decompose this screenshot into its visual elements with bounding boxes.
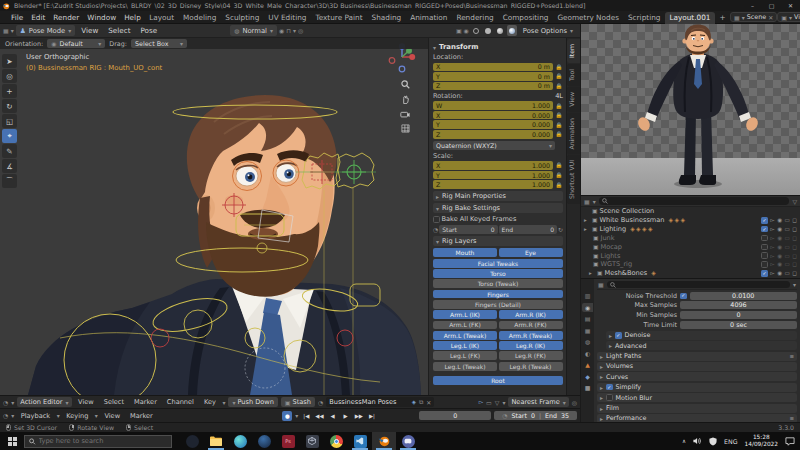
add-workspace-button[interactable]: + [715, 13, 730, 22]
jump-to-start-button[interactable]: |◀ [301, 411, 311, 421]
tool-transform[interactable]: ⌖ [2, 129, 17, 143]
bake-end-field[interactable]: End0 [499, 225, 557, 234]
simplify-checkbox[interactable]: ✓ [606, 384, 613, 391]
scene-properties-tab[interactable]: ◍ [582, 337, 593, 346]
menu-help[interactable]: Help [120, 13, 145, 22]
tool-cursor[interactable]: ◎ [2, 69, 17, 83]
zoom-icon[interactable] [401, 80, 410, 89]
filter-icon[interactable]: ▽ [495, 399, 500, 406]
taskbar-app-photoshop[interactable]: Ps [276, 432, 300, 450]
data-properties-tab[interactable]: ■ [582, 383, 593, 392]
tray-chevron-icon[interactable]: ∧ [682, 438, 686, 444]
play-button[interactable]: ▶ [341, 411, 351, 421]
taskbar-app-3d-viewer[interactable] [300, 432, 324, 450]
outliner-row-lights[interactable]: ▣ Lights ▻◉▭◻ [581, 251, 800, 260]
denoise-checkbox[interactable]: ✓ [615, 332, 622, 339]
notification-center-icon[interactable] [785, 437, 795, 446]
exclude-checkbox[interactable] [761, 244, 768, 251]
hide-icon[interactable]: ◉ [777, 217, 782, 223]
proportional-icon[interactable]: ◎ [572, 399, 577, 406]
viewport-menu-select[interactable]: Select [104, 26, 134, 35]
refresh-icon[interactable]: ↻ [558, 226, 563, 233]
rig-layer-arm-l-tweak[interactable]: Arm.L (Tweak) [433, 331, 497, 340]
render-disable-icon[interactable]: ◻ [792, 235, 797, 241]
rig-main-properties-header[interactable]: ▸ Rig Main Properties [433, 191, 563, 201]
viewport-disable-icon[interactable]: ▭ [785, 217, 790, 223]
menu-window[interactable]: Window [83, 13, 120, 22]
workspace-tab-uv-editing[interactable]: UV Editing [264, 13, 311, 22]
selectable-icon[interactable]: ▻ [770, 226, 774, 232]
shading-material-icon[interactable] [495, 25, 505, 36]
tool-annotate[interactable]: ✎ [2, 144, 17, 158]
lock-icon[interactable]: 🔒 [555, 103, 563, 109]
sidebar-tab-view[interactable]: View [567, 87, 580, 112]
tool-select-box[interactable]: ➤ [2, 54, 17, 68]
lock-icon[interactable]: 🔒 [555, 182, 563, 188]
outliner-row-lighting[interactable]: ▸ ▣ Lighting ◈◈◈◈ ✓▻◉▭◻ [581, 225, 800, 234]
action-name-field[interactable]: BussinessMan Poses ◈ ⧉ ✕ [326, 397, 434, 407]
rig-layer-leg-l-tweak[interactable]: Leg.L (Tweak) [433, 362, 497, 371]
outliner-row-junk[interactable]: ▣ Junk ▻◉▭◻ [581, 234, 800, 243]
hide-icon[interactable]: ◉ [777, 253, 782, 259]
denoise-panel-header[interactable]: ▸ ✓ Denoise [606, 331, 797, 340]
breadcrumb-icon[interactable]: ▦ [598, 281, 604, 288]
sidebar-tab-item[interactable]: Item [567, 39, 580, 63]
workspace-tab-compositing[interactable]: Compositing [498, 13, 553, 22]
next-keyframe-button[interactable]: ▶▶ [354, 411, 364, 421]
rig-layer-arm-r-tweak[interactable]: Arm.R (Tweak) [499, 331, 563, 340]
exclude-checkbox[interactable] [761, 235, 768, 242]
auto-keying-button[interactable]: ● [282, 411, 292, 421]
motion-blur-checkbox[interactable] [606, 394, 613, 401]
location-x-field[interactable]: X0 m [433, 63, 553, 72]
object-properties-tab[interactable]: ▲ [582, 360, 593, 369]
workspace-tab-geometry-nodes[interactable]: Geometry Nodes [553, 13, 624, 22]
workspace-tab-active[interactable]: Layout.001 [665, 12, 715, 24]
lock-icon[interactable]: 🔒 [555, 64, 563, 70]
display-mode-icon[interactable]: ▦ [584, 198, 590, 205]
workspace-tab-layout[interactable]: Layout [145, 13, 179, 22]
tool-move[interactable]: + [2, 84, 17, 98]
viewport-menu-pose[interactable]: Pose [136, 26, 161, 35]
world-properties-tab[interactable]: ◐ [582, 349, 593, 358]
rig-layer-arm-l-ik[interactable]: Arm.L (IK) [433, 310, 497, 319]
rig-layer-arm-l-fk[interactable]: Arm.L (FK) [433, 321, 497, 330]
properties-search[interactable] [607, 281, 790, 289]
rig-layer-root[interactable]: Root [433, 376, 563, 385]
pose-options-dropdown[interactable]: Pose Options ▾ [519, 25, 577, 36]
render-disable-icon[interactable]: ◻ [792, 244, 797, 250]
editor-type-icon[interactable]: ▦ [3, 27, 9, 34]
taskbar-app-file-explorer[interactable] [204, 432, 228, 450]
taskbar-app-obs[interactable] [180, 432, 204, 450]
viewport-disable-icon[interactable]: ▭ [785, 261, 790, 267]
outliner-row-mocap[interactable]: ▣ Mocap ▻◉▭◻ [581, 242, 800, 251]
selectable-icon[interactable]: ▻ [770, 217, 774, 223]
volume-icon[interactable] [693, 437, 702, 445]
outliner-search[interactable] [599, 197, 790, 205]
tool-properties-tab[interactable]: ▥ [582, 291, 593, 300]
pivot-point-icon[interactable]: ◉ [279, 27, 284, 34]
selectable-icon[interactable]: ▻ [770, 235, 774, 241]
tool-scale[interactable]: ◱ [2, 114, 17, 128]
snap-magnet-icon[interactable]: ⊓ [286, 27, 291, 34]
render-disable-icon[interactable]: ◻ [792, 253, 797, 259]
shading-rendered-icon[interactable] [507, 25, 517, 36]
scale-x-field[interactable]: X1.000 [433, 161, 553, 170]
menu-render[interactable]: Render [49, 13, 83, 22]
mode-dropdown[interactable]: ♟ Pose Mode ▾ [16, 25, 76, 36]
render-properties-tab[interactable]: ◉ [582, 303, 593, 312]
selectable-icon[interactable]: ▻ [770, 253, 774, 259]
dopesheet-menu-select[interactable]: Select [100, 398, 127, 406]
taskbar-app-blender[interactable] [372, 432, 396, 450]
light-paths-panel-header[interactable]: ▸ Light Paths ≡ [597, 352, 797, 361]
exclude-checkbox[interactable]: ✓ [761, 226, 768, 233]
main-3d-viewport[interactable] [0, 38, 428, 395]
render-disable-icon[interactable]: ◻ [792, 261, 797, 267]
workspace-tab-scripting[interactable]: Scripting [623, 13, 664, 22]
action-editor-mode-dropdown[interactable]: Action Editor ▾ [17, 397, 71, 407]
rotation-y-field[interactable]: Y0.000 [433, 120, 553, 129]
render-preview-viewport[interactable] [580, 24, 800, 195]
rig-layer-torso[interactable]: Torso [433, 269, 563, 278]
dopesheet-menu-channel[interactable]: Channel [163, 398, 197, 406]
bake-start-field[interactable]: Start0 [439, 225, 497, 234]
stash-button[interactable]: ▣ Stash [281, 397, 315, 407]
